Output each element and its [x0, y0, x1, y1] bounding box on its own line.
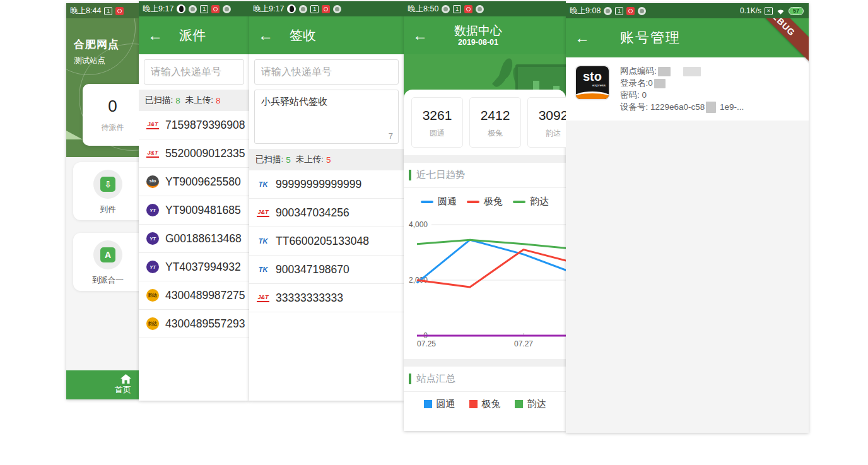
courier-logo-icon: 韵达 — [146, 289, 159, 302]
trend-section-header: 近七日趋势 — [404, 163, 566, 188]
qq-icon — [287, 4, 296, 13]
app-icon — [189, 5, 197, 13]
tracking-list-item[interactable]: TK 900347198670 — [249, 256, 404, 284]
legend-item[interactable]: 圆通 — [424, 398, 455, 410]
password-label: 密码: 0 — [620, 90, 647, 100]
app-icon — [604, 7, 612, 15]
tracking-list-item[interactable]: TK 99999999999999 — [249, 170, 404, 199]
tracking-list-item[interactable]: YT YT4037994932 — [139, 253, 249, 281]
sto-express-logo: sto express — [575, 65, 610, 100]
letter-a-icon: A — [100, 247, 115, 262]
scanned-label: 已扫描: — [145, 95, 173, 106]
scanned-count: 5 — [286, 155, 291, 165]
wifi-icon — [776, 7, 785, 15]
legend-square-swatch — [424, 400, 432, 408]
stat-label: 圆通 — [412, 128, 462, 139]
legend-item[interactable]: 极兔 — [469, 398, 501, 410]
notification-icon: 1 — [615, 7, 623, 15]
courier-logo-icon: J&T — [257, 293, 269, 302]
status-bar: 晚上9:08 1 0.1K/s × 57 — [566, 3, 809, 18]
home-screen-panel: 晚上8:44 1 合肥网点 测试站点 0 待派件 ⇩ 到件 A 到派合一 首页 — [66, 3, 139, 399]
unuploaded-count: 8 — [216, 96, 221, 105]
tracking-number: YT9009625580 — [165, 175, 241, 189]
sto-logo-subtext: express — [592, 83, 606, 87]
tracking-search-input[interactable] — [254, 59, 399, 85]
stat-card[interactable]: 3092 韵达 — [527, 97, 566, 148]
status-time: 晚上9:08 — [570, 6, 601, 16]
tracking-number: G00188613468 — [165, 232, 242, 245]
plant-leaf-icon — [492, 71, 508, 89]
legend-square-swatch — [515, 400, 523, 408]
tracking-search-input[interactable] — [144, 59, 244, 85]
sign-screen-panel: 晚上9:17 1 ← 签收 小兵驿站代签收 7 已扫描: 5 未上传: 5 TK… — [249, 1, 404, 401]
tracking-list: TK 99999999999999 J&T 900347034256 TK TT… — [249, 170, 404, 312]
tracking-list-item[interactable]: YT G00188613468 — [139, 225, 249, 253]
tracking-list-item[interactable]: TK TT6600205133048 — [249, 227, 404, 256]
status-time: 晚上8:50 — [408, 4, 438, 15]
search-area — [249, 54, 404, 90]
tracking-number: 900347034256 — [276, 206, 349, 220]
scan-status-bar: 已扫描: 8 未上传: 8 — [139, 90, 249, 111]
stat-value: 2412 — [470, 108, 520, 123]
summary-legend: 圆通 极兔 韵达 — [404, 392, 566, 416]
arrival-icon-circle: ⇩ — [93, 170, 122, 199]
pending-dispatch-card[interactable]: 0 待派件 — [83, 84, 139, 146]
courier-logo-icon: J&T — [146, 121, 159, 129]
arrival-card[interactable]: ⇩ 到件 — [73, 162, 139, 220]
back-arrow-icon[interactable]: ← — [413, 28, 428, 43]
legend-line-swatch — [513, 201, 525, 203]
status-bar: 晚上9:17 1 — [139, 1, 249, 16]
courier-logo-icon: J&T — [257, 208, 269, 217]
trend-line-chart: 4,0002,000007.2507.27 — [404, 210, 566, 359]
stat-card[interactable]: 3261 圆通 — [411, 97, 463, 148]
tracking-list-item[interactable]: sto YT9009625580 — [139, 168, 249, 196]
legend-item[interactable]: 韵达 — [513, 196, 549, 208]
stat-card[interactable]: 2412 极兔 — [469, 97, 521, 148]
search-area — [139, 54, 249, 90]
data-center-panel: 晚上8:50 1 ← 数据中心 2019-08-01 3261 圆通 — [404, 1, 566, 431]
back-arrow-icon[interactable]: ← — [258, 28, 273, 43]
device-id-label: 设备号: 1229e6a0-c58 — [620, 102, 705, 112]
back-arrow-icon[interactable]: ← — [148, 28, 163, 43]
tracking-list-item[interactable]: J&T 900347034256 — [249, 199, 404, 227]
section-accent-bar — [409, 374, 411, 384]
legend-item[interactable]: 极兔 — [467, 196, 503, 208]
bottom-nav[interactable]: 首页 — [66, 370, 139, 399]
section-accent-bar — [409, 170, 411, 180]
tracking-list-item[interactable]: 韵达 4300489987275 — [139, 281, 249, 310]
page-title: 数据中心 — [454, 24, 502, 38]
login-label: 登录名: — [620, 78, 648, 88]
tracking-list-item[interactable]: J&T 33333333333 — [249, 284, 404, 312]
status-time: 晚上9:17 — [253, 4, 284, 15]
app-icon — [333, 5, 341, 13]
account-card[interactable]: sto express 网点编码: 登录名:0 密码: 0 设备号: 1229e… — [566, 57, 809, 121]
arrive-dispatch-combined-card[interactable]: A 到派合一 — [73, 233, 139, 291]
app-badge-icon — [626, 7, 635, 15]
tracking-list-item[interactable]: YT YT9009481685 — [139, 196, 249, 225]
home-nav-label: 首页 — [115, 384, 131, 396]
sign-note-textarea[interactable]: 小兵驿站代签收 7 — [254, 90, 399, 144]
redacted-value — [706, 102, 716, 113]
notification-icon: 1 — [310, 5, 319, 13]
header-title-group: 数据中心 2019-08-01 — [454, 24, 502, 47]
back-arrow-icon[interactable]: ← — [575, 30, 590, 45]
legend-item[interactable]: 圆通 — [421, 196, 457, 208]
status-time: 晚上8:44 — [70, 6, 101, 16]
device-id-tail: 1e9-... — [720, 102, 744, 112]
decor-wedge — [66, 131, 83, 139]
pending-count: 0 — [83, 97, 139, 116]
legend-item[interactable]: 韵达 — [515, 398, 546, 410]
sto-logo-text: sto — [576, 69, 609, 84]
tracking-number: 900347198670 — [276, 263, 349, 276]
char-counter: 7 — [389, 131, 393, 141]
page-title: 账号管理 — [620, 28, 681, 47]
tracking-list-item[interactable]: J&T 7159879396908 — [139, 111, 249, 139]
tracking-list-item[interactable]: J&T 5520009012335 — [139, 139, 249, 168]
tracking-number: 7159879396908 — [165, 119, 245, 132]
account-fields: 网点编码: 登录名:0 密码: 0 设备号: 1229e6a0-c58 1e9-… — [620, 65, 744, 113]
courier-logo-icon: YT — [146, 204, 159, 216]
trend-series-极兔 — [417, 250, 566, 287]
notification-icon: 1 — [453, 5, 461, 13]
tracking-list-item[interactable]: 韵达 4300489557293 — [139, 310, 249, 338]
tracking-number: YT9009481685 — [165, 204, 241, 217]
